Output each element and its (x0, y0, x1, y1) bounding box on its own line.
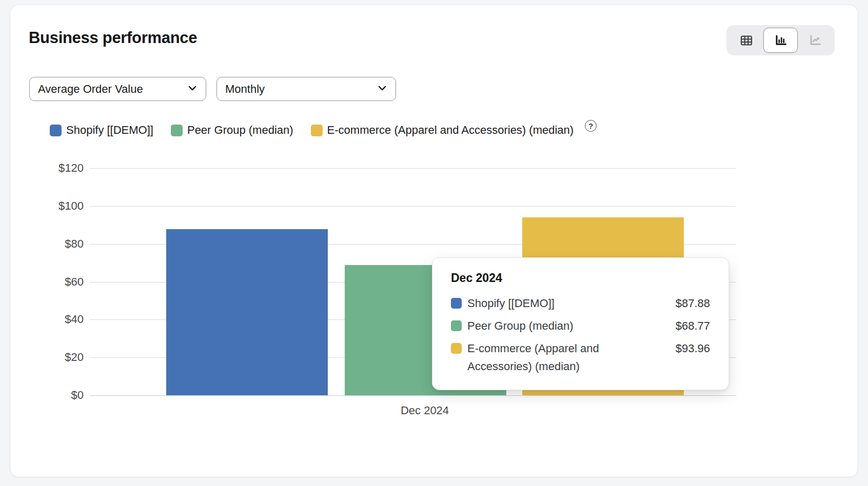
gridline (90, 395, 736, 396)
page-background: { "page": { "background": "#f4f5f7" }, "… (0, 0, 868, 486)
business-performance-card: Business performance (10, 5, 858, 477)
y-axis-tick-label: $0 (10, 389, 84, 402)
chart-tooltip: Dec 2024 Shopify [[DEMO]] $87.88 Peer Gr… (432, 257, 729, 390)
tooltip-color-swatch (451, 298, 462, 309)
y-axis-tick-label: $100 (10, 199, 84, 213)
tooltip-color-swatch (451, 320, 462, 331)
tooltip-series-value: $87.88 (654, 294, 710, 312)
y-axis-tick-label: $120 (10, 161, 84, 175)
tooltip-series-value: $68.77 (654, 317, 710, 335)
tooltip-series-label: E-commerce (Apparel and Accessories) (me… (467, 339, 654, 375)
tooltip-series-value: $93.96 (654, 339, 710, 357)
y-axis-tick-label: $20 (10, 351, 84, 364)
y-axis-tick-label: $80 (10, 237, 84, 251)
bar-chart-plot-area: Dec 2024 $0$20$40$60$80$100$120 (10, 5, 858, 477)
tooltip-color-swatch (451, 343, 462, 354)
x-axis-label: Dec 2024 (401, 404, 449, 417)
y-axis-tick-label: $60 (10, 275, 84, 289)
tooltip-series-label: Shopify [[DEMO]] (467, 294, 654, 312)
y-axis-tick-label: $40 (10, 313, 84, 326)
bar-series-1[interactable] (166, 229, 328, 395)
gridline (90, 206, 736, 207)
tooltip-series-label: Peer Group (median) (467, 317, 654, 335)
tooltip-rows: Shopify [[DEMO]] $87.88 Peer Group (medi… (451, 294, 710, 375)
tooltip-title: Dec 2024 (451, 271, 710, 285)
gridline (90, 168, 736, 169)
